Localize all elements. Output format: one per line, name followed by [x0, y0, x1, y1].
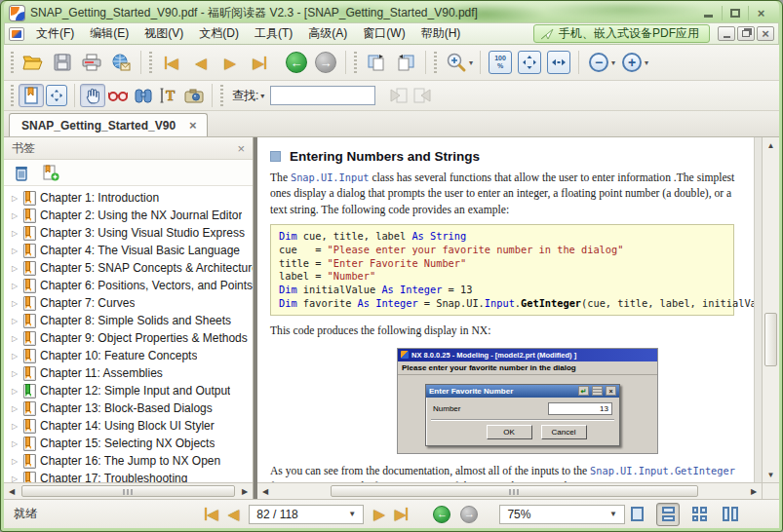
snapshot-button[interactable]	[181, 84, 207, 107]
go-forward-button[interactable]: →	[460, 506, 478, 523]
expander-icon[interactable]: ▷	[10, 299, 20, 308]
menu-item[interactable]: 工具(T)	[247, 23, 300, 44]
expander-icon[interactable]: ▷	[10, 317, 20, 325]
expander-icon[interactable]: ▷	[10, 211, 20, 220]
vertical-scrollbar[interactable]: ▲ ▼	[762, 137, 779, 482]
document-horizontal-scrollbar[interactable]: ◀ ▶	[257, 482, 762, 499]
expander-icon[interactable]: ▷	[10, 457, 20, 466]
search-button[interactable]	[131, 84, 156, 107]
last-page-button[interactable]: ▶	[395, 507, 409, 521]
bookmark-item[interactable]: ▷Chapter 4: The Visual Basic Language	[8, 242, 253, 259]
chevron-down-icon[interactable]: ▾	[645, 58, 648, 67]
bookmark-item[interactable]: ▷Chapter 5: SNAP Concepts & Architecture	[8, 259, 253, 277]
save-button[interactable]	[48, 49, 77, 76]
rotate-left-button[interactable]	[391, 49, 420, 76]
toolbar-grip[interactable]	[11, 85, 14, 106]
bookmark-item[interactable]: ▷Chapter 17: Troubleshooting	[8, 470, 253, 482]
pdf-page[interactable]: Entering Numbers and Strings The Snap.UI…	[257, 137, 755, 482]
go-forward-button[interactable]: →	[311, 49, 340, 76]
marquee-zoom-button[interactable]	[105, 84, 131, 107]
show-bookmarks-button[interactable]	[19, 84, 44, 107]
scrollbar-thumb[interactable]	[764, 313, 777, 366]
title-bar[interactable]: SNAP_Getting_Started_V90.pdf - 福昕阅读器 V2.…	[4, 1, 779, 22]
expander-icon[interactable]: ▷	[10, 194, 20, 203]
panel-close-icon[interactable]: ×	[237, 141, 245, 156]
zoom-tool-button[interactable]	[442, 49, 471, 76]
menu-item[interactable]: 文件(F)	[28, 23, 82, 44]
toolbar-grip[interactable]	[354, 52, 357, 73]
facing-view-button[interactable]	[687, 503, 711, 526]
rotate-right-button[interactable]	[362, 49, 391, 76]
zoom-out-button[interactable]: −	[584, 49, 613, 76]
bookmark-item[interactable]: ▷Chapter 14: Using Block UI Styler	[8, 417, 253, 435]
menu-item[interactable]: 窗口(W)	[355, 23, 412, 44]
mobile-pdf-banner[interactable]: 手机、嵌入式设备PDF应用	[533, 24, 710, 43]
expander-icon[interactable]: ▷	[10, 334, 20, 343]
expander-icon[interactable]: ▷	[10, 282, 20, 290]
expander-icon[interactable]: ▷	[10, 247, 20, 255]
fit-width-button[interactable]	[544, 49, 573, 76]
select-text-button[interactable]: T	[156, 84, 181, 107]
toolbar-grip[interactable]	[220, 85, 223, 106]
fit-window-button[interactable]	[44, 84, 69, 107]
delete-bookmark-icon[interactable]	[14, 165, 29, 181]
zoom-in-button[interactable]: +	[617, 49, 646, 76]
maximize-icon[interactable]	[722, 6, 747, 20]
hand-tool-button[interactable]	[80, 84, 105, 107]
add-bookmark-icon[interactable]	[43, 165, 59, 181]
print-button[interactable]	[77, 49, 106, 76]
bookmark-item[interactable]: ▷Chapter 10: Feature Concepts	[8, 347, 253, 364]
previous-page-button[interactable]: ◀	[186, 49, 215, 76]
scroll-down-icon[interactable]: ▼	[763, 467, 779, 482]
page-number-combo[interactable]: 82 / 118 ▼	[249, 505, 364, 524]
sidebar-horizontal-scrollbar[interactable]: ◀ ▶	[4, 482, 253, 499]
scroll-left-icon[interactable]: ◀	[257, 483, 273, 499]
find-previous-button[interactable]	[385, 84, 411, 107]
expander-icon[interactable]: ▷	[10, 404, 20, 413]
single-page-view-button[interactable]	[625, 503, 648, 526]
scrollbar-thumb[interactable]	[331, 485, 698, 497]
bookmark-item[interactable]: ▷Chapter 1: Introduction	[8, 189, 253, 207]
doc-minimize-icon[interactable]	[718, 26, 735, 41]
find-next-button[interactable]	[411, 84, 436, 107]
zoom-level-combo[interactable]: 75% ▼	[499, 505, 625, 524]
expander-icon[interactable]: ▷	[10, 352, 20, 361]
bookmark-item[interactable]: ▷Chapter 16: The Jump to NX Open	[8, 452, 253, 470]
continuous-view-button[interactable]	[656, 503, 680, 526]
document-icon[interactable]	[9, 27, 24, 41]
doc-close-icon[interactable]: ×	[757, 26, 774, 41]
chevron-down-icon[interactable]: ▼	[609, 510, 617, 518]
bookmark-item[interactable]: ▷Chapter 13: Block-Based Dialogs	[8, 399, 253, 417]
first-page-button[interactable]: ◀	[205, 507, 218, 521]
expander-icon[interactable]: ▷	[10, 229, 20, 238]
find-options-icon[interactable]: ▾	[260, 92, 264, 100]
bookmark-item[interactable]: ▷Chapter 12: Simple Input and Output	[8, 382, 253, 399]
scrollbar-thumb[interactable]	[21, 485, 235, 497]
document-tab[interactable]: SNAP_Getting_Started_V90 ×	[9, 113, 208, 136]
expander-icon[interactable]: ▷	[10, 264, 20, 273]
go-back-button[interactable]: ←	[433, 506, 450, 523]
continuous-facing-view-button[interactable]	[719, 503, 742, 526]
toolbar-grip[interactable]	[149, 52, 152, 73]
actual-size-button[interactable]: 100%	[486, 49, 515, 76]
bookmark-item[interactable]: ▷Chapter 3: Using Visual Studio Express	[8, 224, 253, 242]
toolbar-grip[interactable]	[11, 52, 14, 73]
bookmark-item[interactable]: ▷Chapter 8: Simple Solids and Sheets	[8, 312, 253, 329]
bookmark-item[interactable]: ▷Chapter 15: Selecting NX Objects	[8, 435, 253, 452]
first-page-button[interactable]: ◀	[157, 49, 186, 76]
bookmark-item[interactable]: ▷Chapter 7: Curves	[8, 294, 253, 312]
go-back-button[interactable]: ←	[282, 49, 311, 76]
expander-icon[interactable]: ▷	[10, 475, 20, 483]
find-input[interactable]	[270, 86, 375, 105]
expander-icon[interactable]: ▷	[10, 369, 20, 378]
expander-icon[interactable]: ▷	[10, 387, 20, 396]
bookmark-item[interactable]: ▷Chapter 11: Assemblies	[8, 364, 253, 382]
tab-close-icon[interactable]: ×	[189, 119, 197, 132]
last-page-button[interactable]: ▶	[245, 49, 274, 76]
toolbar-grip[interactable]	[434, 52, 437, 73]
close-icon[interactable]: ×	[748, 6, 773, 20]
bookmark-item[interactable]: ▷Chapter 2: Using the NX Journal Editor	[8, 207, 253, 224]
doc-restore-icon[interactable]	[737, 26, 755, 41]
previous-page-button[interactable]: ◀	[228, 507, 240, 521]
minimize-icon[interactable]	[695, 6, 721, 20]
